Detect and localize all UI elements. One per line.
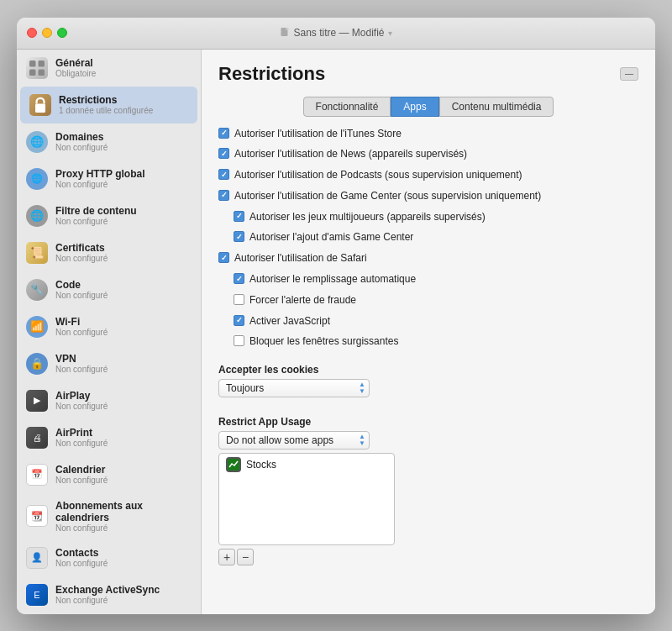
page-title: Restrictions: [218, 63, 325, 85]
cookies-dropdown-arrow: ▲ ▼: [359, 381, 365, 395]
vpn-icon: 🔒: [25, 352, 49, 376]
restrict-app-label: Restrict App Usage: [218, 416, 638, 428]
main-body: Autoriser l'utilisation de l'iTunes Stor…: [202, 125, 655, 583]
certificats-icon: 📜: [25, 241, 49, 265]
svg-rect-6: [35, 103, 45, 113]
general-icon: [25, 56, 49, 80]
minimize-button[interactable]: [42, 28, 52, 38]
tab-apps[interactable]: Apps: [391, 97, 438, 117]
title-chevron: ▾: [388, 29, 392, 38]
abonnements-icon: 📆: [25, 504, 49, 528]
maximize-button[interactable]: [57, 28, 67, 38]
sidebar-item-abonnements[interactable]: 📆 Abonnements aux calendriers Non config…: [17, 493, 201, 539]
svg-rect-3: [39, 60, 45, 67]
certificats-text: Certificats Non configuré: [55, 242, 108, 263]
main-header: Restrictions —: [202, 50, 655, 93]
sidebar-item-calendrier[interactable]: 📅 Calendrier Non configuré: [17, 456, 201, 493]
main-window: Sans titre — Modifié ▾ Général Obligatoi…: [17, 18, 655, 614]
exchange-text: Exchange ActiveSync Non configuré: [55, 584, 160, 605]
sidebar: Général Obligatoire Restrictions 1 donné…: [17, 50, 202, 614]
cb-safari[interactable]: [218, 252, 229, 263]
window-content: Général Obligatoire Restrictions 1 donné…: [17, 50, 655, 614]
domaines-icon: 🌐: [25, 130, 49, 154]
filtre-icon: 🌐: [25, 204, 49, 228]
sidebar-item-ldap[interactable]: @ LDAP Non configuré: [17, 613, 201, 614]
main-panel: Restrictions — Fonctionnalité Apps Conte…: [202, 50, 655, 614]
general-text: Général Obligatoire: [55, 57, 96, 78]
stocks-icon: [226, 457, 241, 472]
sidebar-item-domaines[interactable]: 🌐 Domaines Non configuré: [17, 124, 201, 160]
sidebar-item-exchange[interactable]: E Exchange ActiveSync Non configuré: [17, 576, 201, 613]
sidebar-item-filtre[interactable]: 🌐 Filtre de contenu Non configuré: [17, 197, 201, 234]
contacts-icon: 👤: [25, 546, 49, 570]
svg-rect-5: [39, 69, 45, 76]
airplay-icon: ▶: [25, 389, 49, 413]
list-controls: + −: [218, 549, 638, 565]
sidebar-item-general[interactable]: Général Obligatoire: [17, 50, 201, 87]
window-title: Sans titre — Modifié ▾: [280, 27, 391, 39]
sidebar-item-contacts[interactable]: 👤 Contacts Non configuré: [17, 539, 201, 576]
sidebar-item-proxy[interactable]: 🌐 Proxy HTTP global Non configuré: [17, 160, 201, 197]
checkbox-javascript: Activer JavaScript: [218, 313, 638, 330]
airplay-text: AirPlay Non configuré: [55, 390, 108, 411]
cb-gamecenter[interactable]: [218, 190, 229, 201]
cookies-dropdown-row: Toujours ▲ ▼: [218, 379, 638, 397]
airprint-text: AirPrint Non configuré: [55, 427, 108, 448]
proxy-text: Proxy HTTP global Non configuré: [55, 168, 144, 189]
sidebar-item-code[interactable]: 🔧 Code Non configuré: [17, 271, 201, 308]
calendrier-text: Calendrier Non configuré: [55, 464, 108, 485]
contacts-text: Contacts Non configuré: [55, 547, 108, 568]
app-list: Stocks: [218, 453, 395, 545]
checkbox-gamecenter: Autoriser l'utilisation de Game Center (…: [218, 187, 638, 205]
close-button[interactable]: [27, 28, 37, 38]
restrictions-icon: [29, 93, 52, 117]
vpn-text: VPN Non configuré: [55, 353, 108, 374]
cb-fenetres[interactable]: [234, 335, 244, 346]
cb-itunes[interactable]: [218, 128, 229, 139]
checkbox-remplissage: Autoriser le remplissage automatique: [218, 271, 638, 288]
cookies-dropdown[interactable]: Toujours ▲ ▼: [218, 379, 370, 397]
svg-rect-1: [286, 28, 288, 30]
tab-fonctionnalite[interactable]: Fonctionnalité: [303, 97, 391, 117]
sidebar-item-airplay[interactable]: ▶ AirPlay Non configuré: [17, 382, 201, 419]
checkbox-multijoueurs: Autoriser les jeux multijoueurs (apparei…: [218, 208, 638, 226]
exchange-icon: E: [25, 583, 49, 607]
abonnements-text: Abonnements aux calendriers Non configur…: [55, 500, 192, 533]
cb-javascript[interactable]: [234, 315, 244, 326]
checkbox-amis: Autoriser l'ajout d'amis Game Center: [218, 229, 638, 246]
cb-remplissage[interactable]: [234, 273, 244, 284]
cb-podcasts[interactable]: [218, 169, 229, 180]
list-item[interactable]: Stocks: [219, 454, 394, 476]
filtre-text: Filtre de contenu Non configuré: [55, 205, 137, 226]
code-text: Code Non configuré: [55, 279, 108, 300]
proxy-icon: 🌐: [25, 167, 49, 191]
collapse-button[interactable]: —: [620, 67, 638, 81]
remove-app-button[interactable]: −: [237, 549, 254, 565]
sidebar-item-vpn[interactable]: 🔒 VPN Non configuré: [17, 345, 201, 382]
restrictions-text: Restrictions 1 donnée utile configurée: [59, 94, 153, 115]
sidebar-item-wifi[interactable]: 📶 Wi-Fi Non configuré: [17, 308, 201, 345]
restrict-app-dropdown[interactable]: Do not allow some apps ▲ ▼: [218, 431, 370, 450]
checkbox-podcasts: Autoriser l'utilisation de Podcasts (sou…: [218, 166, 638, 184]
checkbox-news: Autoriser l'utilisation de News (apparei…: [218, 145, 638, 163]
cb-news[interactable]: [218, 148, 229, 159]
cb-multijoueurs[interactable]: [234, 211, 244, 222]
titlebar: Sans titre — Modifié ▾: [17, 18, 655, 50]
tab-contenu[interactable]: Contenu multimédia: [439, 97, 554, 117]
sidebar-item-certificats[interactable]: 📜 Certificats Non configuré: [17, 234, 201, 271]
sidebar-item-airprint[interactable]: 🖨 AirPrint Non configuré: [17, 419, 201, 456]
checkbox-fraude: Forcer l'alerte de fraude: [218, 292, 638, 309]
sidebar-item-restrictions[interactable]: Restrictions 1 donnée utile configurée: [20, 87, 197, 124]
wifi-icon: 📶: [25, 315, 49, 339]
cookies-label: Accepter les cookies: [218, 364, 638, 376]
cb-amis[interactable]: [234, 231, 244, 242]
add-app-button[interactable]: +: [218, 549, 235, 565]
checkbox-itunes: Autoriser l'utilisation de l'iTunes Stor…: [218, 125, 638, 143]
svg-rect-4: [29, 69, 36, 76]
restrict-app-dropdown-row: Do not allow some apps ▲ ▼: [218, 431, 638, 450]
traffic-lights: [27, 28, 67, 38]
airprint-icon: 🖨: [25, 426, 49, 450]
code-icon: 🔧: [25, 278, 49, 302]
cb-fraude[interactable]: [234, 294, 244, 305]
wifi-text: Wi-Fi Non configuré: [55, 316, 108, 337]
